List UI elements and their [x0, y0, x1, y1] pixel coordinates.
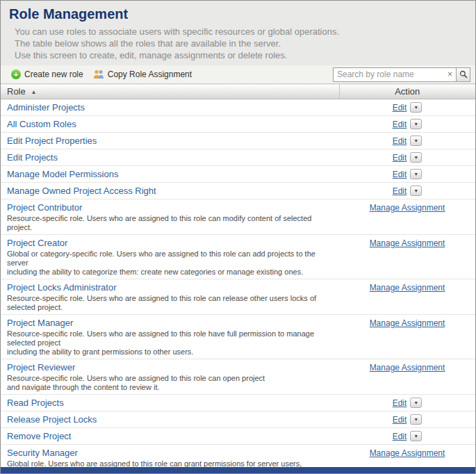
role-cell: Release Project Locks: [1, 411, 339, 428]
role-name-link[interactable]: Edit Project Properties: [7, 136, 97, 146]
chevron-down-icon: ▾: [411, 155, 421, 161]
manage-assignment-link[interactable]: Manage Assignment: [370, 448, 445, 458]
chevron-down-icon: ▾: [411, 434, 421, 439]
table-row: Project Contributor Resource-specific ro…: [1, 199, 475, 235]
search-button[interactable]: [456, 68, 470, 81]
roles-table: Role ▲ Action Administer Projects Edit▾ …: [1, 83, 475, 467]
sort-ascending-icon: ▲: [31, 89, 36, 95]
manage-assignment-link[interactable]: Manage Assignment: [370, 283, 445, 293]
role-name-link[interactable]: Project Locks Administrator: [7, 282, 117, 293]
role-cell: Manage Owned Project Access Right: [1, 183, 339, 199]
role-name-link[interactable]: Read Projects: [7, 398, 64, 408]
role-name-link[interactable]: Edit Projects: [7, 152, 58, 163]
role-management-page: Role Management You can use roles to ass…: [0, 0, 476, 474]
action-cell: Manage Assignment: [339, 359, 475, 395]
role-cell: Manage Model Permissions: [1, 166, 339, 183]
table-row: Security Manager Global role. Users who …: [1, 445, 475, 468]
roles-icon: [93, 70, 104, 79]
role-description: Resource-specific role. Users who are as…: [7, 294, 333, 312]
action-dropdown-button[interactable]: ▾: [410, 119, 422, 129]
table-row: All Custom Roles Edit▾: [1, 116, 475, 133]
role-name-link[interactable]: Release Project Locks: [7, 414, 97, 425]
role-name-link[interactable]: All Custom Roles: [7, 119, 76, 129]
copy-role-assignment-label: Copy Role Assignment: [108, 70, 192, 79]
role-name-link[interactable]: Project Reviewer: [7, 362, 75, 373]
action-dropdown-button[interactable]: ▾: [410, 186, 422, 196]
action-cell: Edit▾: [339, 428, 475, 445]
column-header-action: Action: [339, 84, 475, 99]
edit-link[interactable]: Edit: [393, 415, 407, 425]
edit-link[interactable]: Edit: [393, 170, 407, 179]
edit-link[interactable]: Edit: [393, 432, 407, 441]
manage-assignment-link[interactable]: Manage Assignment: [370, 238, 445, 248]
close-icon: ×: [448, 70, 452, 79]
action-dropdown-button[interactable]: ▾: [410, 152, 422, 163]
edit-link[interactable]: Edit: [393, 186, 407, 196]
action-cell: Edit▾: [339, 183, 475, 199]
action-cell: Manage Assignment: [339, 315, 475, 359]
role-cell: Administer Projects: [1, 99, 339, 116]
role-cell: Edit Project Properties: [1, 133, 339, 149]
role-name-link[interactable]: Project Contributor: [7, 202, 82, 213]
table-row: Project Manager Resource-specific role. …: [1, 315, 475, 359]
table-row: Read Projects Edit▾: [1, 395, 475, 411]
create-new-role-label: Create new role: [24, 70, 83, 79]
chevron-down-icon: ▾: [411, 188, 421, 194]
table-row: Project Reviewer Resource-specific role.…: [1, 359, 475, 395]
copy-role-assignment-button[interactable]: Copy Role Assignment: [88, 68, 197, 81]
action-cell: Edit▾: [339, 149, 475, 166]
page-description: You can use roles to associate users wit…: [9, 26, 467, 61]
table-row: Manage Owned Project Access Right Edit▾: [1, 183, 475, 199]
table-container: Role ▲ Action Administer Projects Edit▾ …: [1, 83, 475, 467]
chevron-down-icon: ▾: [411, 172, 421, 177]
action-dropdown-button[interactable]: ▾: [410, 136, 422, 146]
table-row: Remove Project Edit▾: [1, 428, 475, 445]
role-name-link[interactable]: Administer Projects: [7, 102, 85, 113]
action-cell: Edit▾: [339, 411, 475, 428]
edit-link[interactable]: Edit: [393, 136, 407, 146]
action-cell: Manage Assignment: [339, 445, 475, 468]
role-cell: Edit Projects: [1, 149, 339, 166]
edit-link[interactable]: Edit: [393, 398, 407, 408]
role-name-link[interactable]: Project Manager: [7, 318, 73, 328]
add-icon: +: [11, 70, 21, 79]
action-dropdown-button[interactable]: ▾: [410, 431, 422, 441]
action-cell: Edit▾: [339, 133, 475, 149]
edit-link[interactable]: Edit: [393, 103, 407, 113]
column-header-role[interactable]: Role ▲: [1, 84, 339, 99]
edit-link[interactable]: Edit: [393, 153, 407, 163]
search-input[interactable]: [334, 68, 444, 81]
role-cell: Project Reviewer Resource-specific role.…: [1, 359, 339, 395]
manage-assignment-link[interactable]: Manage Assignment: [370, 318, 445, 328]
manage-assignment-link[interactable]: Manage Assignment: [370, 203, 445, 213]
role-name-link[interactable]: Security Manager: [7, 448, 78, 458]
page-title: Role Management: [9, 6, 467, 22]
page-description-line: Use this screen to create, edit, manage …: [15, 49, 467, 61]
role-name-link[interactable]: Project Creator: [7, 238, 67, 248]
chevron-down-icon: ▾: [411, 138, 421, 144]
create-new-role-button[interactable]: + Create new role: [6, 68, 88, 81]
table-row: Edit Projects Edit▾: [1, 149, 475, 166]
table-row: Administer Projects Edit▾: [1, 99, 475, 116]
role-name-link[interactable]: Manage Owned Project Access Right: [7, 186, 156, 196]
action-cell: Edit▾: [339, 166, 475, 183]
role-cell: Remove Project: [1, 428, 339, 445]
action-cell: Edit▾: [339, 116, 475, 133]
role-cell: Project Locks Administrator Resource-spe…: [1, 279, 339, 315]
manage-assignment-link[interactable]: Manage Assignment: [370, 363, 445, 373]
action-dropdown-button[interactable]: ▾: [410, 414, 422, 425]
role-name-link[interactable]: Manage Model Permissions: [7, 169, 118, 179]
chevron-down-icon: ▾: [411, 122, 421, 127]
table-row: Project Creator Global or category-speci…: [1, 235, 475, 279]
action-dropdown-button[interactable]: ▾: [410, 398, 422, 408]
toolbar: + Create new role Copy Role Assignment ×: [1, 65, 475, 83]
action-dropdown-button[interactable]: ▾: [410, 169, 422, 179]
action-dropdown-button[interactable]: ▾: [410, 102, 422, 113]
role-description: Resource-specific role. Users who are as…: [7, 329, 333, 357]
clear-search-button[interactable]: ×: [444, 68, 456, 81]
role-description: Global role. Users who are assigned to t…: [7, 459, 333, 467]
search-icon: [459, 70, 468, 79]
role-name-link[interactable]: Remove Project: [7, 431, 71, 441]
edit-link[interactable]: Edit: [393, 120, 407, 129]
table-row: Release Project Locks Edit▾: [1, 411, 475, 428]
